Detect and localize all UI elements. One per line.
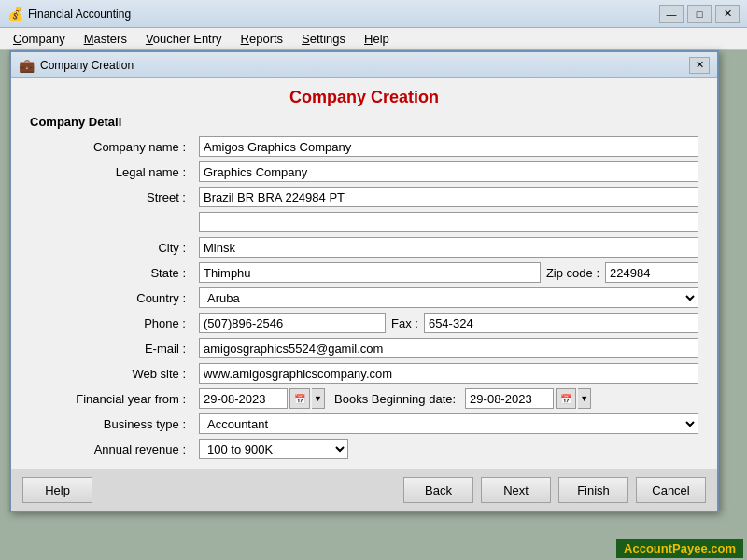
city-label: City :: [30, 241, 193, 255]
button-bar: Help Back Next Finish Cancel: [11, 469, 717, 511]
help-button[interactable]: Help: [22, 477, 92, 503]
books-begin-cal-dropdown[interactable]: ▼: [578, 388, 591, 409]
zip-input[interactable]: [605, 262, 698, 283]
state-zip-row: Zip code :: [199, 262, 698, 283]
phone-label: Phone :: [30, 316, 193, 330]
dialog-close-button[interactable]: ✕: [689, 57, 710, 74]
menu-help[interactable]: Help: [355, 30, 399, 48]
window-controls: — □ ✕: [659, 5, 740, 23]
business-type-select[interactable]: Accountant Retail Wholesale Manufacturin…: [199, 413, 698, 434]
phone-input[interactable]: [199, 313, 386, 333]
annual-revenue-row: 100 to 900K 900K to 10M 10M to 100M 100M…: [199, 439, 698, 459]
annual-revenue-select[interactable]: 100 to 900K 900K to 10M 10M to 100M 100M…: [199, 439, 348, 459]
dialog-heading: Company Creation: [30, 88, 698, 107]
fin-year-date-wrap: 📅 ▼: [199, 388, 325, 409]
menu-settings[interactable]: Settings: [292, 30, 355, 48]
books-begin-date-input[interactable]: [465, 388, 554, 409]
menu-masters[interactable]: Masters: [75, 30, 136, 48]
books-begin-label: Books Beginning date:: [334, 392, 456, 406]
back-button[interactable]: Back: [403, 477, 473, 503]
books-begin-date-wrap: 📅 ▼: [465, 388, 591, 409]
next-button[interactable]: Next: [481, 477, 551, 503]
app-title: Financial Accounting: [28, 7, 659, 21]
website-label: Web site :: [30, 367, 193, 381]
street-input-1[interactable]: [199, 187, 698, 207]
fin-year-date-input[interactable]: [199, 388, 288, 409]
phone-fax-row: Fax :: [199, 313, 698, 333]
email-input[interactable]: [199, 338, 698, 358]
app-titlebar: 💰 Financial Accounting — □ ✕: [0, 0, 747, 28]
street-input-2[interactable]: [199, 212, 698, 232]
business-type-label: Business type :: [30, 417, 193, 431]
menu-company[interactable]: Company: [4, 30, 75, 48]
maximize-button[interactable]: □: [687, 5, 712, 23]
menu-voucher-entry[interactable]: Voucher Entry: [136, 30, 232, 48]
menu-reports[interactable]: Reports: [232, 30, 293, 48]
minimize-button[interactable]: —: [659, 5, 684, 23]
country-select[interactable]: Aruba United States Canada Brazil: [199, 287, 698, 308]
close-button[interactable]: ✕: [715, 5, 740, 23]
fax-input[interactable]: [424, 313, 698, 333]
fin-year-label: Financial year from :: [30, 392, 193, 406]
legal-name-input[interactable]: [199, 161, 698, 182]
fin-year-cal-dropdown[interactable]: ▼: [312, 388, 325, 409]
email-label: E-mail :: [30, 342, 193, 356]
city-input[interactable]: [199, 237, 698, 258]
zip-code-label: Zip code :: [546, 266, 599, 280]
company-name-input[interactable]: [199, 136, 698, 157]
state-input[interactable]: [199, 262, 541, 283]
annual-revenue-label: Annual revenue :: [30, 442, 193, 456]
finish-button[interactable]: Finish: [558, 477, 628, 503]
street-label: Street :: [30, 190, 193, 204]
dialog-body: Company Creation Company Detail Company …: [11, 78, 717, 469]
website-input[interactable]: [199, 363, 698, 384]
fin-year-row: 📅 ▼ Books Beginning date: 📅 ▼: [199, 388, 698, 409]
books-begin-cal-btn[interactable]: 📅: [556, 388, 576, 409]
state-label: State :: [30, 266, 193, 280]
form-grid: Company name : Legal name : Street : Cit…: [30, 136, 698, 459]
company-creation-dialog: 💼 Company Creation ✕ Company Creation Co…: [9, 50, 719, 512]
cancel-button[interactable]: Cancel: [636, 477, 706, 503]
dialog-titlebar: 💼 Company Creation ✕: [11, 52, 717, 78]
menubar: Company Masters Voucher Entry Reports Se…: [0, 28, 747, 50]
legal-name-label: Legal name :: [30, 165, 193, 179]
company-name-label: Company name :: [30, 140, 193, 154]
app-icon: 💰: [7, 7, 22, 21]
dialog-icon: 💼: [19, 58, 35, 73]
accountpayee-badge: AccountPayee.com: [616, 539, 743, 558]
fin-year-cal-btn[interactable]: 📅: [289, 388, 310, 409]
country-label: Country :: [30, 291, 193, 305]
dialog-title: Company Creation: [40, 59, 689, 72]
section-title: Company Detail: [30, 115, 698, 129]
fax-label: Fax :: [391, 316, 418, 330]
